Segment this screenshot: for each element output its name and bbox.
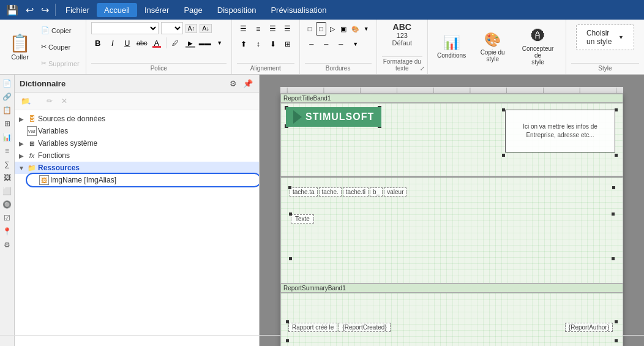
- sidebar-icon-9[interactable]: ⬜: [1, 185, 13, 197]
- tree-item-sources[interactable]: ▶ 🗄 Sources de données: [15, 113, 259, 125]
- copier-button[interactable]: 📄 Copier: [39, 25, 82, 36]
- canvas-area[interactable]: |||||||||| ReportTitleBand1 STIMULSOFT: [260, 75, 644, 346]
- align-center-btn[interactable]: ≡: [252, 22, 265, 36]
- summary-band-content[interactable]: Rapport créé le {ReportCreated} {ReportA…: [280, 293, 623, 346]
- sidebar-icon-7[interactable]: ∑: [1, 158, 13, 170]
- gradient-btn[interactable]: 🎨: [350, 22, 360, 36]
- texte-label-element[interactable]: Texte: [291, 214, 314, 224]
- thin-border-btn[interactable]: □: [316, 22, 326, 36]
- border-dropdown2-btn[interactable]: ▼: [349, 37, 362, 51]
- sidebar-icon-4[interactable]: ⊞: [1, 118, 13, 130]
- sidebar-icon-8[interactable]: 🖼: [1, 171, 13, 184]
- border-line3-btn[interactable]: ─: [334, 37, 348, 51]
- clipboard-sub-buttons: 📄 Copier ✂ Couper ✂ Supprimer: [39, 22, 82, 72]
- align-distribute-btn[interactable]: ⊞: [281, 37, 294, 51]
- align-middle-btn[interactable]: ↕: [252, 37, 265, 51]
- bold-button[interactable]: B: [91, 36, 105, 50]
- dict-delete-btn[interactable]: ✕: [58, 94, 71, 108]
- underline-button[interactable]: U: [121, 36, 134, 50]
- sidebar-icon-6[interactable]: ≡: [1, 145, 13, 157]
- conditions-label: Conditions: [437, 52, 466, 59]
- coller-icon: 📋: [9, 33, 31, 53]
- choisir-style-button[interactable]: Choisir un style ▼: [576, 24, 634, 50]
- border-line2-btn[interactable]: ─: [320, 37, 333, 51]
- sidebar-icon-3[interactable]: 📋: [1, 104, 13, 116]
- dictionary-toolbar: 📁+ ✏ ✕: [15, 92, 259, 110]
- highlight-button[interactable]: 🖊: [169, 36, 182, 50]
- sidebar-icon-10[interactable]: 🔘: [1, 198, 13, 211]
- company-info-box[interactable]: Ici on va mettre les infos deEntreprise,…: [505, 110, 615, 152]
- report-author-field[interactable]: {ReportAuthor}: [565, 323, 613, 332]
- tree-item-fonctions[interactable]: ▶ fx Fonctions: [15, 149, 259, 162]
- field-tache-ta[interactable]: tache.ta: [290, 187, 318, 197]
- sidebar-icon-1[interactable]: 📄: [1, 77, 13, 89]
- field-tache-2[interactable]: tache.: [319, 187, 342, 197]
- redo-icon[interactable]: ↪: [37, 4, 53, 16]
- font-name-select[interactable]: [91, 22, 159, 34]
- align-top-btn[interactable]: ⬆: [237, 37, 250, 51]
- borders-dropdown-btn[interactable]: ▼: [213, 36, 227, 50]
- undo-icon[interactable]: ↩: [22, 4, 37, 16]
- field-valeur[interactable]: valeur: [384, 187, 406, 197]
- strikethrough-button[interactable]: abc: [135, 36, 149, 50]
- align-left-btn[interactable]: ☰: [237, 22, 250, 36]
- font-size-decrease[interactable]: A↓: [200, 24, 212, 33]
- right-border-btn[interactable]: ▷: [328, 22, 337, 36]
- font-size-increase[interactable]: A↑: [185, 24, 198, 33]
- align-row2: ⬆ ↕ ⬇ ⊞: [237, 37, 294, 51]
- tree-item-imgname[interactable]: 🖼 ImgName [ImgAlias]: [15, 174, 259, 186]
- align-bottom-btn[interactable]: ⬇: [266, 37, 280, 51]
- sidebar-icon-11[interactable]: ☑: [1, 212, 13, 224]
- formatage-expand-icon[interactable]: ⤢: [420, 66, 425, 72]
- sidebar-icon-5[interactable]: 📊: [1, 131, 13, 143]
- menu-fichier[interactable]: Fichier: [58, 3, 97, 17]
- dict-add-btn[interactable]: 📁+: [18, 94, 32, 108]
- font-size-select[interactable]: [161, 22, 183, 34]
- coller-button[interactable]: 📋 Coller: [4, 22, 36, 72]
- align-right-btn[interactable]: ☰: [266, 22, 280, 36]
- rapport-cree-label[interactable]: Rapport créé le: [288, 323, 337, 332]
- copie-style-button[interactable]: 🎨 Copie du style: [473, 29, 512, 66]
- border-color-btn[interactable]: ▶: [184, 36, 197, 50]
- tree-item-variables-sys[interactable]: ▶ ⊞ Variables système: [15, 137, 259, 149]
- company-handle-tr: [615, 108, 618, 111]
- align-justify-btn[interactable]: ☰: [281, 22, 294, 36]
- report-created-field[interactable]: {ReportCreated}: [339, 323, 390, 332]
- italic-button[interactable]: I: [106, 36, 119, 50]
- save-icon[interactable]: 💾: [2, 4, 22, 16]
- borders-style-btn[interactable]: ▬▬: [198, 36, 212, 50]
- menu-accueil[interactable]: Accueil: [97, 3, 137, 17]
- no-border-btn[interactable]: □: [305, 22, 315, 36]
- field-tache-ti[interactable]: tache.ti: [343, 187, 369, 197]
- tree-item-variables[interactable]: var Variables: [15, 125, 259, 137]
- title-band-content[interactable]: STIMULSOFT Ici on va mettre les infos de…: [280, 103, 623, 176]
- supprimer-icon: ✂: [41, 59, 47, 67]
- sidebar-icon-13[interactable]: ⚙: [1, 239, 13, 251]
- concepteur-style-button[interactable]: 🅐 Concepteur destyle: [517, 25, 558, 69]
- sidebar-icon-12[interactable]: 📍: [1, 225, 13, 238]
- settings-btn[interactable]: ⚙: [227, 77, 239, 89]
- coller-label: Coller: [11, 53, 29, 61]
- tree-item-ressources[interactable]: ▼ 📁 Ressources: [15, 162, 259, 174]
- sidebar-icon-2[interactable]: 🔗: [1, 91, 13, 103]
- font-divider: [166, 37, 167, 48]
- data-band-content[interactable]: tache.ta tache. tache.ti b_ valeur Texte: [280, 176, 623, 284]
- menu-page[interactable]: Page: [176, 3, 209, 17]
- shadow-box-btn[interactable]: ▣: [339, 22, 348, 36]
- menu-disposition[interactable]: Disposition: [210, 3, 264, 17]
- menu-previsualisation[interactable]: Prévisualisation: [263, 3, 334, 17]
- border-line1-btn[interactable]: ─: [305, 37, 318, 51]
- border-dropdown-btn[interactable]: ▼: [361, 22, 371, 36]
- field-b[interactable]: b_: [370, 187, 383, 197]
- conditions-button[interactable]: 📊 Conditions: [435, 32, 468, 62]
- ribbon: 📋 Coller 📄 Copier ✂ Couper ✂ Supprimer P…: [0, 20, 644, 75]
- menu-inserer[interactable]: Insérer: [137, 3, 176, 17]
- font-color-button[interactable]: A: [150, 36, 163, 50]
- report-title-band-label: ReportTitleBand1: [280, 94, 623, 103]
- supprimer-button[interactable]: ✂ Supprimer: [39, 58, 82, 69]
- dict-edit-btn[interactable]: ✏: [43, 94, 56, 108]
- pin-btn[interactable]: 📌: [242, 77, 254, 89]
- concepteur-label: Concepteur destyle: [522, 45, 554, 66]
- company-info-text: Ici on va mettre les infos deEntreprise,…: [523, 122, 597, 140]
- couper-button[interactable]: ✂ Couper: [39, 42, 82, 52]
